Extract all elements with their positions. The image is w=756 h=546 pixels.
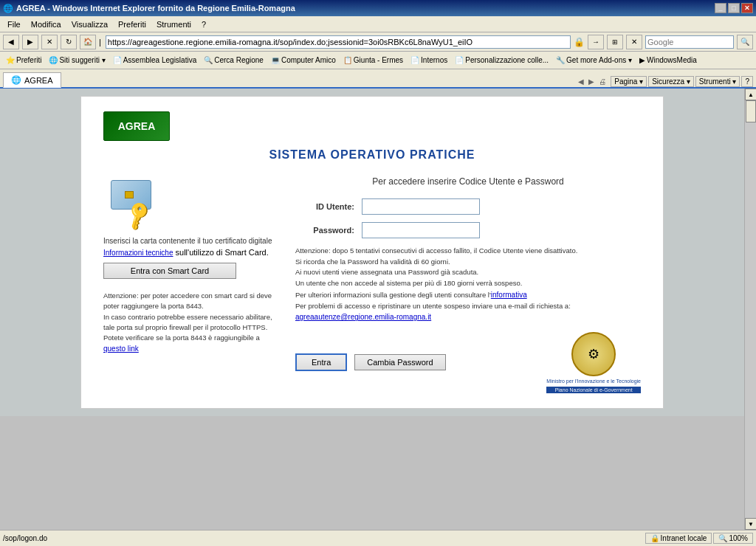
maximize-button[interactable]: □ [728, 3, 740, 13]
search-button[interactable]: 🔍 [737, 35, 753, 49]
main-panel: AGREA SISTEMA OPERATIVO PRATICHE [80, 96, 664, 409]
smartcard-label: Inserisci la carta contenente il tuo cer… [103, 237, 281, 245]
minimize-button[interactable]: _ [715, 3, 726, 13]
fav-computer-amico[interactable]: 💻 Computer Amico [268, 55, 339, 65]
strumenti-button[interactable]: Strumenti ▾ [695, 76, 740, 87]
folder-icon-1: 📋 [343, 56, 352, 64]
sicurezza-button[interactable]: Sicurezza ▾ [648, 76, 694, 87]
info-tecniche-link[interactable]: Informazioni tecniche [103, 249, 173, 257]
password-input[interactable] [362, 222, 480, 238]
lock-icon: 🔒 [574, 37, 585, 47]
menu-preferiti[interactable]: Preferiti [114, 18, 151, 30]
tab-bar: 🌐 AGREA ◀ ▶ 🖨 Pagina ▾ Sicurezza ▾ Strum… [0, 69, 756, 89]
fav-label-2: Assemblea Legislativa [123, 56, 197, 64]
piano-nazionale: Piano Nazionale di e-Government [546, 387, 641, 393]
fav-internos[interactable]: 📄 Internos [408, 55, 450, 65]
menu-bar: File Modifica Visualizza Preferiti Strum… [0, 16, 756, 32]
fav-giunta-ermes[interactable]: 📋 Giunta - Ermes [340, 55, 406, 65]
tab-toolbar: ◀ ▶ 🖨 Pagina ▾ Sicurezza ▾ Strumenti ▾ ? [578, 76, 753, 87]
panel-title: SISTEMA OPERATIVO PRATICHE [103, 148, 641, 162]
pagina-button[interactable]: Pagina ▾ [611, 76, 647, 87]
intranet-zone: 🔒 Intranet locale [645, 533, 712, 544]
password-label: Password: [295, 226, 354, 235]
status-url: /sop/logon.do [3, 534, 638, 542]
globe-icon-1: 🌐 [49, 56, 58, 64]
title-bar-controls: _ □ ✕ [715, 3, 753, 13]
help-button[interactable]: ? [741, 76, 753, 87]
star-icon: ⭐ [6, 56, 15, 64]
ministry-emblem: ⚙ [588, 346, 599, 362]
print-icon: 🖨 [599, 77, 606, 86]
password-row: Password: [295, 222, 641, 238]
scroll-thumb[interactable] [746, 100, 756, 122]
questo-link[interactable]: questo link [103, 345, 139, 353]
fav-personalizzazione[interactable]: 📄 Personalizzazione colle... [452, 55, 551, 65]
back-button[interactable]: ◀ [3, 35, 19, 49]
forward-button[interactable]: ▶ [22, 35, 38, 49]
cambia-password-button[interactable]: Cambia Password [354, 354, 445, 370]
menu-modifica[interactable]: Modifica [27, 18, 66, 30]
close-button[interactable]: ✕ [741, 3, 753, 13]
agrea-logo-image: AGREA [103, 111, 170, 141]
title-bar: 🌐 AGREA - Windows Internet Explorer forn… [0, 0, 756, 16]
fav-label-7: Personalizzazione colle... [465, 56, 549, 64]
informativa-link[interactable]: informativa [491, 291, 527, 299]
address-bar: ◀ ▶ ✕ ↻ 🏠 | 🔒 → ⊞ ✕ 🔍 [0, 32, 756, 52]
browser-icon: 🌐 [3, 4, 13, 13]
right-section: Per accedere inserire Codice Utente e Pa… [295, 176, 641, 393]
entra-smartcard-button[interactable]: Entra con Smart Card [103, 263, 236, 279]
content-area-wrapper: AGREA SISTEMA OPERATIVO PRATICHE [0, 89, 756, 530]
doc-icon-2: 📄 [410, 56, 419, 64]
doc-icon-1: 📄 [113, 56, 122, 64]
agrea-logo: AGREA [103, 111, 641, 141]
window-title: AGREA - Windows Internet Explorer fornit… [16, 4, 295, 13]
doc-icon-3: 📄 [455, 56, 464, 64]
menu-strumenti[interactable]: Strumenti [152, 18, 196, 30]
entra-button[interactable]: Entra [295, 353, 347, 371]
id-utente-input[interactable] [362, 198, 480, 215]
zoom-section: 🔍 100% [713, 533, 753, 544]
scroll-up-button[interactable]: ▲ [745, 89, 756, 100]
back-icon: ◀ [578, 77, 584, 86]
card-chip [125, 191, 134, 198]
fav-label-3: Cerca Regione [214, 56, 264, 64]
left-warning-text: Attenzione: per poter accedere con smart… [103, 291, 281, 355]
favorites-label: Preferiti [16, 56, 41, 64]
zoom-icon: 🔍 [718, 534, 727, 542]
fav-siti-suggeriti[interactable]: 🌐 Siti suggeriti ▾ [46, 55, 108, 65]
tab-icon: 🌐 [11, 75, 21, 85]
home-button[interactable]: 🏠 [80, 35, 96, 49]
smartcard-info-link: Informazioni tecniche sull'utilizzo di S… [103, 248, 281, 257]
refresh-addr-button[interactable]: → [588, 35, 604, 49]
fav-windows-media[interactable]: ▶ WindowsMedia [636, 55, 700, 65]
favorites-button[interactable]: ⭐ Preferiti [3, 55, 44, 65]
compat-button[interactable]: ⊞ [607, 35, 623, 49]
search-input[interactable] [645, 35, 734, 49]
menu-help[interactable]: ? [197, 18, 210, 30]
login-prompt: Per accedere inserire Codice Utente e Pa… [295, 176, 641, 187]
address-label: | [99, 38, 101, 46]
vertical-scrollbar[interactable]: ▲ ▼ [744, 89, 756, 530]
fav-assemblea[interactable]: 📄 Assemblea Legislativa [110, 55, 200, 65]
email-link[interactable]: agreaautenze@regione.emilia-romagna.it [295, 313, 431, 321]
scroll-down-button[interactable]: ▼ [745, 518, 756, 530]
menu-visualizza[interactable]: Visualizza [67, 18, 112, 30]
fav-addons[interactable]: 🔧 Get more Add-ons ▾ [553, 55, 635, 65]
smartcard-image: 🔑 [103, 176, 162, 228]
tab-agrea[interactable]: 🌐 AGREA [3, 72, 61, 88]
button-row: Entra Cambia Password ⚙ Ministro per l'I… [295, 332, 641, 393]
content-wrapper: AGREA SISTEMA OPERATIVO PRATICHE [0, 89, 744, 416]
refresh-button[interactable]: ↻ [61, 35, 77, 49]
right-info-text: Attenzione: dopo 5 tentativi consecutivi… [295, 246, 641, 323]
stop-button[interactable]: ✕ [41, 35, 58, 49]
ministry-logo: ⚙ Ministro per l'Innovazione e le Tecnol… [546, 332, 641, 393]
status-bar: /sop/logon.do 🔒 Intranet locale 🔍 100% [0, 530, 756, 546]
fav-cerca-regione[interactable]: 🔍 Cerca Regione [201, 55, 267, 65]
fav-label-8: Get more Add-ons ▾ [566, 56, 632, 64]
x-addr-button[interactable]: ✕ [626, 35, 642, 49]
menu-file[interactable]: File [3, 18, 25, 30]
address-input[interactable] [106, 35, 571, 49]
gear-icon: 🔧 [556, 56, 565, 64]
left-section: 🔑 Inserisci la carta contenente il tuo c… [103, 176, 281, 393]
computer-icon: 💻 [271, 56, 280, 64]
